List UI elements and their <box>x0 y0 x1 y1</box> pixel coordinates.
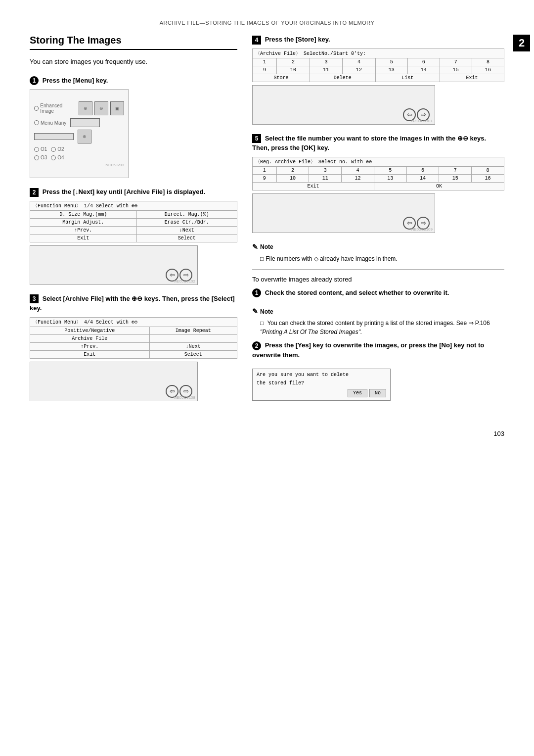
step-4-heading: 4 Press the [Store] key. <box>252 35 504 45</box>
left-column: Storing The Images You can store images … <box>30 35 237 410</box>
step-4-panel: ⇦ ⇨ NZ03C9101 <box>252 85 435 125</box>
step-2-number: 2 <box>30 188 39 197</box>
step-5-block: 5 Select the file number you want to sto… <box>252 134 504 233</box>
overwrite-note-heading: ✎ Note <box>252 306 504 317</box>
step-3-number: 3 <box>30 294 39 303</box>
overwrite-title: To overwrite images already stored <box>252 276 504 283</box>
step-5-heading: 5 Select the file number you want to sto… <box>252 134 504 153</box>
right-column: 2 4 Press the [Store] key. 〈Archive File… <box>252 35 504 401</box>
step-5-number: 5 <box>252 134 261 143</box>
no-button[interactable]: No <box>369 389 386 397</box>
overwrite-step-2-heading: 2 Press the [Yes] key to overwrite the i… <box>252 340 504 360</box>
step-3-screen: 〈Function Menu〉 4/4 Select with ⊕⊖ Posit… <box>30 317 237 359</box>
step-2-screen: 〈Function Menu〉 1/4 Select with ⊕⊖ D. Si… <box>30 201 237 242</box>
step-3-block: 3 Select [Archive File] with the ⊕⊖ keys… <box>30 294 237 401</box>
side-number-badge: 2 <box>513 35 530 51</box>
page-header: ARCHIVE FILE—STORING THE IMAGES OF YOUR … <box>30 20 504 26</box>
divider-1 <box>252 269 504 270</box>
step-1-number: 1 <box>30 76 39 85</box>
step-1-panel-image: Enhanced Image ⊕⊖▣ Menu Many ⊕ O1 O2 <box>30 89 129 178</box>
overwrite-note-text: □ You can check the stored content by pr… <box>260 319 504 336</box>
step-2-panel: ⇦ ⇨ NE05C9102 <box>30 245 198 285</box>
step-5-panel: ⇦ ⇨ NE05C9109 <box>252 193 435 233</box>
note-1-heading: ✎ Note <box>252 242 504 252</box>
step-2-block: 2 Press the [↓Next] key until [Archive F… <box>30 187 237 285</box>
overwrite-step-1-block: 1 Check the stored content, and select w… <box>252 288 504 298</box>
note-1-text: □File numbers with ◇ already have images… <box>260 254 504 263</box>
overwrite-note-icon: ✎ <box>252 306 258 317</box>
delete-screen: Are you sure you want to delete the stor… <box>252 369 391 401</box>
section-title: Storing The Images <box>30 35 237 50</box>
step-2-heading: 2 Press the [↓Next] key until [Archive F… <box>30 187 237 197</box>
yes-button[interactable]: Yes <box>348 389 367 397</box>
note-icon: ✎ <box>252 242 258 252</box>
step-4-screen: 〈Archive File〉 SelectNo./Start 0'ty: 123… <box>252 48 504 82</box>
step-5-screen: 〈Reg. Archive File〉 Select no. with ⊕⊖ 1… <box>252 157 504 190</box>
overwrite-note-block: ✎ Note □ You can check the stored conten… <box>252 306 504 336</box>
step-4-block: 4 Press the [Store] key. 〈Archive File〉 … <box>252 35 504 125</box>
page-number: 103 <box>30 430 504 437</box>
delete-line-1: Are you sure you want to delete <box>257 372 386 378</box>
overwrite-step-1-heading: 1 Check the stored content, and select w… <box>252 288 504 298</box>
step-4-number: 4 <box>252 36 261 45</box>
delete-line-2: the stored file? <box>257 380 386 386</box>
overwrite-step-1-number: 1 <box>252 288 261 297</box>
step-3-panel: ⇦ ⇨ NE05C9108 <box>30 362 198 401</box>
intro-text: You can store images you frequently use. <box>30 57 237 67</box>
step-3-heading: 3 Select [Archive File] with the ⊕⊖ keys… <box>30 294 237 313</box>
overwrite-step-2-number: 2 <box>252 341 261 350</box>
step-1-heading: 1 Press the [Menu] key. <box>30 76 237 86</box>
overwrite-step-2-block: 2 Press the [Yes] key to overwrite the i… <box>252 340 504 360</box>
note-1-block: ✎ Note □File numbers with ◇ already have… <box>252 242 504 263</box>
step-1-block: 1 Press the [Menu] key. Enhanced Image ⊕… <box>30 76 237 179</box>
